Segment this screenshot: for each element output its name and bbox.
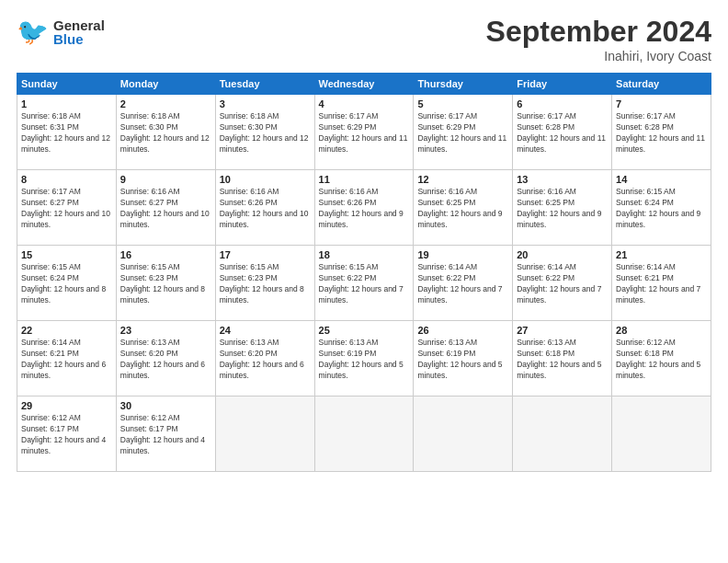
calendar-cell: 10Sunrise: 6:16 AMSunset: 6:26 PMDayligh… xyxy=(215,170,314,246)
calendar-cell: 1Sunrise: 6:18 AMSunset: 6:31 PMDaylight… xyxy=(17,95,117,170)
calendar-week-row: 1Sunrise: 6:18 AMSunset: 6:31 PMDaylight… xyxy=(17,95,711,170)
day-number: 19 xyxy=(417,249,508,260)
day-info: Sunrise: 6:17 AMSunset: 6:29 PMDaylight:… xyxy=(319,111,410,155)
calendar-header-tuesday: Tuesday xyxy=(215,74,314,95)
calendar-cell: 27Sunrise: 6:13 AMSunset: 6:18 PMDayligh… xyxy=(513,321,612,396)
day-number: 22 xyxy=(21,325,112,336)
calendar-cell: 29Sunrise: 6:12 AMSunset: 6:17 PMDayligh… xyxy=(17,396,117,472)
day-info: Sunrise: 6:15 AMSunset: 6:23 PMDaylight:… xyxy=(120,262,211,306)
day-info: Sunrise: 6:13 AMSunset: 6:20 PMDaylight:… xyxy=(120,338,211,382)
calendar-cell: 26Sunrise: 6:13 AMSunset: 6:19 PMDayligh… xyxy=(414,321,513,396)
calendar-cell xyxy=(513,396,612,472)
day-info: Sunrise: 6:15 AMSunset: 6:22 PMDaylight:… xyxy=(319,262,410,306)
header: 🐦 General Blue September 2024 Inahiri, I… xyxy=(17,15,711,63)
day-info: Sunrise: 6:14 AMSunset: 6:22 PMDaylight:… xyxy=(417,262,508,306)
day-info: Sunrise: 6:12 AMSunset: 6:17 PMDaylight:… xyxy=(120,413,211,457)
day-number: 6 xyxy=(517,98,608,109)
calendar-page: 🐦 General Blue September 2024 Inahiri, I… xyxy=(0,0,728,563)
day-number: 5 xyxy=(417,98,508,109)
calendar-cell: 25Sunrise: 6:13 AMSunset: 6:19 PMDayligh… xyxy=(314,321,414,396)
day-info: Sunrise: 6:12 AMSunset: 6:17 PMDaylight:… xyxy=(21,413,112,457)
calendar-header-monday: Monday xyxy=(116,74,215,95)
calendar-cell: 9Sunrise: 6:16 AMSunset: 6:27 PMDaylight… xyxy=(116,170,215,246)
calendar-cell: 15Sunrise: 6:15 AMSunset: 6:24 PMDayligh… xyxy=(17,246,117,321)
calendar-header-row: SundayMondayTuesdayWednesdayThursdayFrid… xyxy=(17,74,711,95)
day-info: Sunrise: 6:17 AMSunset: 6:28 PMDaylight:… xyxy=(616,111,707,155)
day-number: 28 xyxy=(616,325,707,336)
day-info: Sunrise: 6:18 AMSunset: 6:30 PMDaylight:… xyxy=(120,111,211,155)
calendar-cell: 22Sunrise: 6:14 AMSunset: 6:21 PMDayligh… xyxy=(17,321,117,396)
day-number: 10 xyxy=(220,174,311,185)
calendar-cell: 17Sunrise: 6:15 AMSunset: 6:23 PMDayligh… xyxy=(215,246,314,321)
svg-text:🐦: 🐦 xyxy=(17,17,49,47)
day-info: Sunrise: 6:16 AMSunset: 6:25 PMDaylight:… xyxy=(417,187,508,231)
day-info: Sunrise: 6:13 AMSunset: 6:19 PMDaylight:… xyxy=(319,338,410,382)
day-info: Sunrise: 6:15 AMSunset: 6:23 PMDaylight:… xyxy=(220,262,311,306)
day-number: 27 xyxy=(517,325,608,336)
day-info: Sunrise: 6:16 AMSunset: 6:26 PMDaylight:… xyxy=(220,187,311,231)
calendar-cell: 2Sunrise: 6:18 AMSunset: 6:30 PMDaylight… xyxy=(116,95,215,170)
day-number: 21 xyxy=(616,249,707,260)
day-number: 20 xyxy=(517,249,608,260)
day-info: Sunrise: 6:15 AMSunset: 6:24 PMDaylight:… xyxy=(21,262,112,306)
day-number: 25 xyxy=(319,325,410,336)
logo-general: General xyxy=(53,18,105,32)
day-number: 29 xyxy=(21,400,112,411)
day-info: Sunrise: 6:14 AMSunset: 6:22 PMDaylight:… xyxy=(517,262,608,306)
calendar-cell xyxy=(314,396,414,472)
day-info: Sunrise: 6:16 AMSunset: 6:27 PMDaylight:… xyxy=(120,187,211,231)
day-info: Sunrise: 6:15 AMSunset: 6:24 PMDaylight:… xyxy=(616,187,707,231)
calendar-cell: 16Sunrise: 6:15 AMSunset: 6:23 PMDayligh… xyxy=(116,246,215,321)
day-number: 24 xyxy=(220,325,311,336)
calendar-header-friday: Friday xyxy=(513,74,612,95)
day-info: Sunrise: 6:17 AMSunset: 6:27 PMDaylight:… xyxy=(21,187,112,231)
day-info: Sunrise: 6:16 AMSunset: 6:26 PMDaylight:… xyxy=(319,187,410,231)
calendar-cell: 23Sunrise: 6:13 AMSunset: 6:20 PMDayligh… xyxy=(116,321,215,396)
day-number: 23 xyxy=(120,325,211,336)
day-info: Sunrise: 6:12 AMSunset: 6:18 PMDaylight:… xyxy=(616,338,707,382)
day-number: 4 xyxy=(319,98,410,109)
day-info: Sunrise: 6:13 AMSunset: 6:20 PMDaylight:… xyxy=(220,338,311,382)
calendar-cell: 7Sunrise: 6:17 AMSunset: 6:28 PMDaylight… xyxy=(612,95,711,170)
calendar-header-thursday: Thursday xyxy=(414,74,513,95)
calendar-cell: 20Sunrise: 6:14 AMSunset: 6:22 PMDayligh… xyxy=(513,246,612,321)
day-info: Sunrise: 6:16 AMSunset: 6:25 PMDaylight:… xyxy=(517,187,608,231)
month-title: September 2024 xyxy=(486,15,711,49)
calendar-cell: 13Sunrise: 6:16 AMSunset: 6:25 PMDayligh… xyxy=(513,170,612,246)
day-number: 8 xyxy=(21,174,112,185)
day-info: Sunrise: 6:18 AMSunset: 6:30 PMDaylight:… xyxy=(220,111,311,155)
calendar-cell: 21Sunrise: 6:14 AMSunset: 6:21 PMDayligh… xyxy=(612,246,711,321)
day-number: 11 xyxy=(319,174,410,185)
day-info: Sunrise: 6:17 AMSunset: 6:29 PMDaylight:… xyxy=(417,111,508,155)
day-info: Sunrise: 6:13 AMSunset: 6:18 PMDaylight:… xyxy=(517,338,608,382)
day-number: 15 xyxy=(21,249,112,260)
logo-text: General Blue xyxy=(53,18,105,46)
calendar-header-sunday: Sunday xyxy=(17,74,117,95)
day-info: Sunrise: 6:14 AMSunset: 6:21 PMDaylight:… xyxy=(21,338,112,382)
location-subtitle: Inahiri, Ivory Coast xyxy=(486,49,711,63)
calendar-cell: 14Sunrise: 6:15 AMSunset: 6:24 PMDayligh… xyxy=(612,170,711,246)
calendar-cell: 30Sunrise: 6:12 AMSunset: 6:17 PMDayligh… xyxy=(116,396,215,472)
calendar-week-row: 15Sunrise: 6:15 AMSunset: 6:24 PMDayligh… xyxy=(17,246,711,321)
day-number: 30 xyxy=(120,400,211,411)
calendar-cell xyxy=(215,396,314,472)
calendar-week-row: 8Sunrise: 6:17 AMSunset: 6:27 PMDaylight… xyxy=(17,170,711,246)
calendar-cell xyxy=(612,396,711,472)
calendar-week-row: 22Sunrise: 6:14 AMSunset: 6:21 PMDayligh… xyxy=(17,321,711,396)
calendar-cell: 4Sunrise: 6:17 AMSunset: 6:29 PMDaylight… xyxy=(314,95,414,170)
calendar-cell: 6Sunrise: 6:17 AMSunset: 6:28 PMDaylight… xyxy=(513,95,612,170)
day-number: 2 xyxy=(120,98,211,109)
calendar-cell: 19Sunrise: 6:14 AMSunset: 6:22 PMDayligh… xyxy=(414,246,513,321)
day-number: 16 xyxy=(120,249,211,260)
day-number: 26 xyxy=(417,325,508,336)
calendar-cell: 28Sunrise: 6:12 AMSunset: 6:18 PMDayligh… xyxy=(612,321,711,396)
day-number: 1 xyxy=(21,98,112,109)
day-number: 14 xyxy=(616,174,707,185)
logo-icon: 🐦 xyxy=(17,15,51,50)
day-info: Sunrise: 6:13 AMSunset: 6:19 PMDaylight:… xyxy=(417,338,508,382)
day-number: 17 xyxy=(220,249,311,260)
calendar-header-saturday: Saturday xyxy=(612,74,711,95)
calendar-table: SundayMondayTuesdayWednesdayThursdayFrid… xyxy=(17,73,711,472)
day-info: Sunrise: 6:14 AMSunset: 6:21 PMDaylight:… xyxy=(616,262,707,306)
day-number: 7 xyxy=(616,98,707,109)
